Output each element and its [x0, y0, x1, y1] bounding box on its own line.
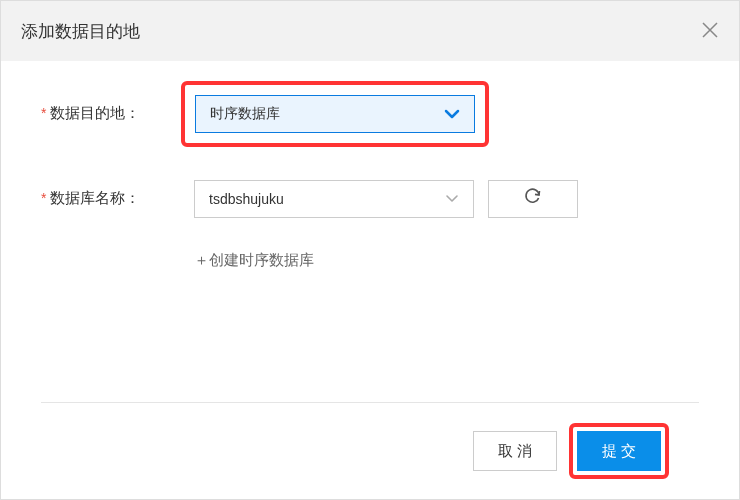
destination-highlight: 时序数据库	[181, 81, 489, 147]
close-button[interactable]	[701, 19, 719, 43]
refresh-button[interactable]	[488, 180, 578, 218]
create-tsdb-link[interactable]: ＋创建时序数据库	[194, 251, 314, 270]
destination-label: *数据目的地：	[41, 104, 181, 123]
modal-footer: 取消 提交	[41, 402, 699, 499]
refresh-icon	[523, 186, 543, 211]
required-mark: *	[41, 190, 46, 206]
add-destination-modal: 添加数据目的地 *数据目的地： 时序数据库 *数据库名称：	[0, 0, 740, 500]
submit-highlight: 提交	[569, 423, 669, 479]
modal-header: 添加数据目的地	[1, 1, 739, 61]
destination-select-value: 时序数据库	[210, 105, 280, 123]
submit-button[interactable]: 提交	[577, 431, 661, 471]
dbname-select-value: tsdbshujuku	[209, 191, 284, 207]
create-link-row: ＋创建时序数据库	[194, 251, 699, 270]
modal-title: 添加数据目的地	[21, 20, 140, 43]
cancel-button[interactable]: 取消	[473, 431, 557, 471]
dbname-row: *数据库名称： tsdbshujuku	[41, 176, 699, 221]
destination-row: *数据目的地： 时序数据库	[41, 91, 699, 136]
dbname-label: *数据库名称：	[41, 189, 181, 208]
chevron-down-icon	[444, 109, 460, 119]
close-icon	[701, 17, 719, 44]
modal-body: *数据目的地： 时序数据库 *数据库名称： tsdbshujuku	[1, 61, 739, 402]
destination-select[interactable]: 时序数据库	[195, 95, 475, 133]
dbname-select[interactable]: tsdbshujuku	[194, 180, 474, 218]
required-mark: *	[41, 105, 46, 121]
chevron-down-icon	[445, 194, 459, 203]
